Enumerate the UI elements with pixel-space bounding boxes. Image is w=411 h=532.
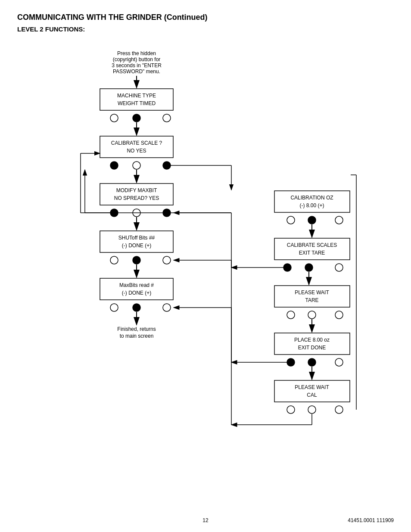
section-title: LEVEL 2 FUNCTIONS: [17,25,394,33]
svg-point-43 [133,304,140,311]
svg-text:(copyright) button for: (copyright) button for [113,56,161,62]
svg-text:(-)   DONE   (+): (-) DONE (+) [122,243,151,249]
svg-point-16 [110,162,118,169]
svg-text:EXIT    TARE: EXIT TARE [299,250,325,256]
svg-point-60 [335,264,343,271]
svg-text:(-)   DONE   (+): (-) DONE (+) [122,290,151,296]
svg-rect-63 [274,286,350,307]
svg-text:Finished, returns: Finished, returns [117,326,156,332]
svg-text:MODIFY MAXBIT: MODIFY MAXBIT [116,187,157,193]
svg-text:PLEASE WAIT: PLEASE WAIT [295,289,329,296]
page-title: COMMUNICATING WITH THE GRINDER (Continue… [17,13,394,22]
svg-text:NO            YES: NO YES [127,148,146,154]
svg-point-9 [110,114,118,122]
svg-rect-48 [274,191,350,212]
svg-rect-6 [100,89,173,110]
svg-text:PLACE 8.00 oz: PLACE 8.00 oz [294,337,330,343]
svg-point-37 [163,256,171,264]
svg-rect-55 [274,238,350,260]
svg-rect-22 [100,184,173,205]
svg-point-51 [287,216,295,224]
page: COMMUNICATING WITH THE GRINDER (Continue… [0,0,411,532]
svg-text:CALIBRATE SCALES: CALIBRATE SCALES [287,242,337,248]
svg-text:TARE: TARE [305,297,318,303]
svg-rect-78 [274,380,350,402]
svg-text:(-)   8.00   (+): (-) 8.00 (+) [299,202,324,208]
svg-text:WEIGHT        TIMED: WEIGHT TIMED [118,100,156,106]
svg-text:NO  SPREAD?   YES: NO SPREAD? YES [114,195,159,201]
svg-point-36 [133,256,140,264]
svg-point-68 [335,311,343,319]
svg-text:MACHINE TYPE: MACHINE TYPE [117,93,156,99]
svg-text:PASSWORD" menu.: PASSWORD" menu. [113,68,160,75]
svg-point-67 [308,311,316,319]
svg-point-59 [305,264,313,271]
flowchart-svg: Press the hidden (copyright) button for … [20,41,391,515]
svg-rect-39 [100,278,173,300]
svg-point-82 [308,406,316,414]
svg-point-44 [163,304,171,311]
svg-text:PLEASE WAIT: PLEASE WAIT [295,384,329,390]
svg-text:SHUToff Bits  ##: SHUToff Bits ## [118,235,155,241]
doc-number: 41451.0001 111909 [348,517,394,523]
svg-point-10 [133,114,140,122]
svg-text:to main screen: to main screen [120,333,154,339]
svg-text:Press the hidden: Press the hidden [117,50,156,56]
svg-text:CALIBRATE SCALE ?: CALIBRATE SCALE ? [111,140,162,146]
svg-point-11 [163,114,171,122]
svg-point-66 [287,311,295,319]
svg-point-53 [335,216,343,224]
svg-text:3 seconds in "ENTER: 3 seconds in "ENTER [112,62,162,68]
svg-text:EXIT    DONE: EXIT DONE [298,345,326,351]
svg-point-81 [287,406,295,414]
svg-point-42 [110,304,118,311]
diagram-area: Press the hidden (copyright) button for … [20,41,391,515]
svg-point-75 [335,358,343,366]
svg-point-35 [110,256,118,264]
svg-rect-70 [274,333,350,355]
svg-point-74 [308,358,316,366]
svg-rect-32 [100,231,173,252]
svg-point-17 [133,162,140,169]
svg-point-83 [335,406,343,414]
svg-text:CALIBRATION OZ: CALIBRATION OZ [290,195,333,201]
page-footer: 41451.0001 111909 [0,517,411,523]
svg-text:MaxBits read   #: MaxBits read # [119,282,154,288]
svg-text:CAL: CAL [307,392,317,398]
svg-point-52 [308,216,316,224]
svg-rect-13 [100,136,173,158]
